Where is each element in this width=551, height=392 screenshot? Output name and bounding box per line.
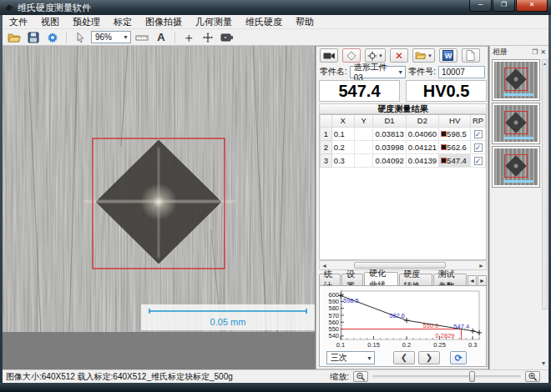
menu-vickers-hardness[interactable]: 维氏硬度: [239, 15, 289, 29]
part-number-input[interactable]: [438, 66, 485, 78]
detect-indentation-button[interactable]: [342, 48, 361, 63]
menu-bar: 文件 视图 预处理 标定 图像拍摄 几何测量 维氏硬度 帮助: [3, 15, 548, 29]
rp-checkbox[interactable]: ✓: [474, 157, 483, 165]
tab-hardening-curve[interactable]: 硬化曲线: [364, 272, 397, 286]
album-header: 相册 ❐ ✕: [490, 46, 548, 58]
svg-text:0.2: 0.2: [402, 341, 411, 349]
album-title: 相册: [493, 47, 508, 58]
zoom-slider-handle[interactable]: [469, 371, 475, 382]
scroll-right-icon[interactable]: ►: [477, 263, 486, 269]
indentation-center-glow: [140, 183, 177, 220]
album-thumbnail[interactable]: [492, 59, 540, 101]
tab-test-parameters[interactable]: 测试参数: [433, 274, 467, 286]
new-document-button[interactable]: [462, 48, 480, 63]
scroll-left-icon[interactable]: ◄: [320, 263, 329, 269]
table-row[interactable]: 2 0.2 0.03998 0.04121 562.6 ✓: [321, 140, 486, 153]
settings-gear-icon[interactable]: [44, 30, 61, 44]
chevron-down-icon[interactable]: ▾: [542, 359, 545, 367]
table-row[interactable]: 1 0.1 0.03813 0.04060 598.5 ✓: [321, 127, 486, 140]
app-window: 维氏硬度测量软件 ─ ❐ ✕ 文件 视图 预处理 标定 图像拍摄 几何测量 维氏…: [0, 0, 551, 392]
part-name-label: 零件名:: [320, 66, 347, 78]
svg-text:590: 590: [328, 298, 339, 305]
zoom-slider[interactable]: [372, 375, 521, 378]
table-row[interactable]: 3 0.3 0.04092 0.04139 547.4 ✓: [321, 153, 486, 167]
results-table-container[interactable]: X Y D1 D2 HV RP 1 0.1 0.03813 0.04060 59…: [319, 114, 487, 260]
svg-text:560: 560: [328, 319, 339, 326]
scrollbar-thumb[interactable]: [354, 262, 446, 269]
thumbnail-image: [494, 105, 538, 142]
refresh-button[interactable]: ⟳: [450, 351, 467, 364]
open-file-button[interactable]: [6, 30, 23, 44]
export-word-button[interactable]: W: [439, 48, 457, 63]
tab-hardness-conversion[interactable]: 硬度转换: [399, 274, 432, 286]
open-part-button[interactable]: ▼: [412, 48, 435, 63]
specimen-micrograph[interactable]: 0.05 mm: [3, 46, 315, 332]
camera-icon[interactable]: [219, 30, 235, 44]
svg-text:550: 550: [328, 325, 339, 333]
maximize-button[interactable]: ❐: [493, 0, 515, 12]
svg-text:0.2829: 0.2829: [436, 332, 455, 339]
move-tool-icon[interactable]: [200, 30, 216, 44]
chevron-down-icon: ▼: [364, 355, 372, 361]
scale-bar: 0.05 mm: [141, 304, 315, 330]
hardness-scale-display: HV0.5: [406, 80, 487, 102]
delete-measurement-button[interactable]: ✕: [390, 48, 408, 63]
rp-checkbox[interactable]: ✓: [474, 143, 483, 152]
tab-settings[interactable]: 设置: [341, 274, 363, 286]
svg-text:547.4: 547.4: [453, 323, 469, 330]
col-y: Y: [354, 115, 373, 127]
toolbar-separator: [66, 32, 67, 43]
zoom-in-button[interactable]: [525, 371, 540, 382]
chevron-down-icon: ▼: [120, 34, 129, 40]
content-area: 0.05 mm ▼ ✕ ▼: [3, 46, 548, 369]
image-viewer-panel[interactable]: 0.05 mm: [3, 46, 315, 369]
close-button[interactable]: ✕: [516, 0, 548, 12]
menu-preprocess[interactable]: 预处理: [66, 15, 107, 29]
titlebar[interactable]: 维氏硬度测量软件 ─ ❐ ✕: [0, 0, 551, 15]
part-name-combobox[interactable]: 造形工件03 ▼: [350, 66, 406, 78]
tab-statistics[interactable]: 统计: [319, 274, 341, 286]
zoom-out-button[interactable]: [353, 371, 368, 382]
capture-camera-button[interactable]: [320, 48, 338, 63]
menu-image-capture[interactable]: 图像拍摄: [139, 15, 189, 29]
menu-help[interactable]: 帮助: [289, 15, 321, 29]
menu-calibration[interactable]: 标定: [107, 15, 139, 29]
svg-text:540: 540: [328, 332, 339, 339]
thumbnail-indentation: [505, 68, 526, 89]
minimize-button[interactable]: ─: [469, 0, 492, 12]
svg-text:570: 570: [328, 312, 339, 319]
album-thumbnail[interactable]: [492, 103, 540, 144]
menu-file[interactable]: 文件: [3, 15, 34, 29]
svg-text:580: 580: [328, 304, 339, 312]
save-button[interactable]: [25, 30, 42, 44]
curve-controls: 三次 ▼ ❮ ❯ ⟳: [320, 349, 486, 366]
thumbnail-bounding-box: [504, 111, 528, 134]
text-annotation-tool[interactable]: A: [153, 30, 169, 44]
hardening-curve-page: 5405505605705805906000.10.150.20.250.355…: [319, 285, 487, 367]
status-bar: 图像大小:640X512 载入标定:640X512_维氏标定块标定_500g 缩…: [3, 369, 548, 383]
cursor-tool-icon[interactable]: [72, 30, 88, 44]
app-icon: [4, 3, 14, 13]
zoom-level-combobox[interactable]: 96% ▼: [91, 31, 131, 43]
thumbnail-bounding-box: [504, 154, 528, 178]
measurement-toolbar: ▼ ✕ ▼ W: [320, 48, 480, 63]
thumbnail-image: [494, 148, 538, 185]
previous-button[interactable]: ❮: [393, 351, 415, 364]
target-position-button[interactable]: ▼: [365, 48, 386, 63]
current-result-row: 547.4 HV0.5: [319, 80, 487, 102]
next-button[interactable]: ❯: [418, 351, 440, 364]
crosshair-tool[interactable]: ＋: [180, 30, 197, 44]
close-panel-icon[interactable]: ✕: [540, 48, 546, 56]
main-toolbar: 96% ▼ A ＋: [3, 29, 548, 46]
svg-text:0.3: 0.3: [468, 341, 477, 349]
album-scrollbar[interactable]: ▲: [542, 59, 548, 309]
float-panel-icon[interactable]: ❐: [532, 48, 538, 56]
album-thumbnail[interactable]: [492, 146, 540, 188]
measure-ruler-icon[interactable]: [134, 30, 150, 44]
col-d2: D2: [406, 115, 438, 127]
rp-checkbox[interactable]: ✓: [474, 130, 483, 138]
menu-view[interactable]: 视图: [34, 15, 66, 29]
chevron-down-icon: ▼: [427, 53, 432, 58]
fit-type-combobox[interactable]: 三次 ▼: [326, 351, 375, 364]
menu-geometry-measure[interactable]: 几何测量: [189, 15, 239, 29]
